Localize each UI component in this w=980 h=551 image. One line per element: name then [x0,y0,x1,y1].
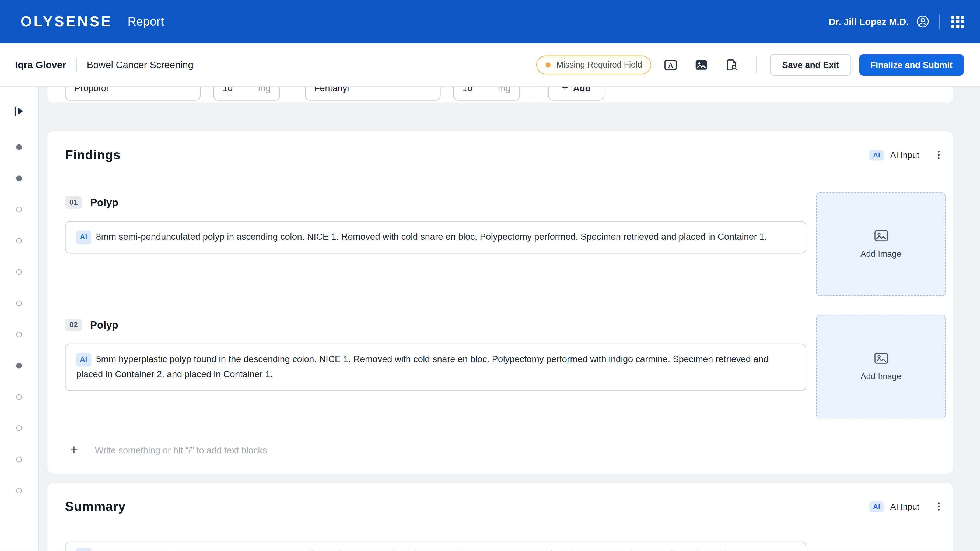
finding-header: 02 Polyp [65,319,806,331]
drug-name-input-2[interactable]: Fentanyl [305,87,441,101]
drug-name-input-1[interactable]: Propofol [65,87,200,101]
finding-text-block[interactable]: AI8mm semi-pendunculated polyp in ascend… [65,221,806,254]
ai-input-label: AI Input [890,502,920,511]
section-nav-sidebar [0,87,39,551]
nav-dot[interactable] [16,238,22,243]
nav-dot[interactable] [16,206,22,212]
medications-row: Propofol 10 mg Fentanyl 10 mg + Add [65,87,945,101]
brand-logo: OLYSENSE [21,13,113,30]
ai-input-control[interactable]: AI AI Input [869,501,920,512]
summary-text: Procedure: screening colonoscopy. Two po… [76,549,749,551]
add-image-label: Add Image [861,249,901,259]
nav-dot[interactable] [16,394,22,400]
add-image-label: Add Image [861,372,901,381]
ai-badge: AI [76,548,91,551]
preview-document-button[interactable] [721,53,744,76]
image-icon [873,352,888,365]
plus-icon: + [70,443,78,457]
finding-title: Polyp [90,196,118,208]
header-divider [939,14,940,29]
app-header: OLYSENSE Report Dr. Jill Lopez M.D. [0,0,980,43]
add-image-dropzone[interactable]: Add Image [816,315,946,418]
finding-title: Polyp [90,319,118,331]
finding-text-block[interactable]: AI5mm hyperplastic polyp found in the de… [65,344,806,391]
warning-dot-icon [546,62,551,67]
dose-value: 10 [463,87,473,93]
insert-image-button[interactable] [690,53,713,76]
ai-badge: AI [76,353,91,367]
svg-text:A: A [668,61,673,68]
text-annotation-button[interactable]: A [660,53,682,76]
finalize-submit-button[interactable]: Finalize and Submit [859,54,964,75]
finding-content: 02 Polyp AI5mm hyperplastic polyp found … [65,315,806,418]
findings-section: Findings AI AI Input [48,131,953,473]
dose-unit: mg [498,87,511,93]
add-medication-label: Add [573,87,590,93]
medications-divider [534,87,535,97]
ai-badge: AI [869,501,884,512]
finding-content: 01 Polyp AI8mm semi-pendunculated polyp … [65,192,806,296]
nav-dot[interactable] [16,175,22,181]
account-icon[interactable] [916,15,929,28]
ai-input-control[interactable]: AI AI Input [869,149,920,160]
ai-badge: AI [869,149,884,160]
drug-name-value: Propofol [74,87,108,93]
summary-header-actions: AI AI Input [869,501,946,512]
finding-header: 01 Polyp [65,196,806,208]
user-name: Dr. Jill Lopez M.D. [829,16,908,27]
patient-name: Iqra Glover [15,59,66,70]
drug-dose-input-2[interactable]: 10 mg [453,87,520,101]
toolbar-actions: Missing Required Field A [536,53,964,76]
summary-title: Summary [65,499,126,514]
toolbar-separator [76,58,77,71]
add-medication-button[interactable]: + Add [548,87,605,101]
toolbar-divider [757,57,757,73]
nav-dot[interactable] [16,332,22,337]
add-image-dropzone[interactable]: Add Image [816,192,946,296]
nav-dot[interactable] [16,269,22,275]
findings-header: Findings AI AI Input [65,148,945,162]
sidebar-expand-icon[interactable] [12,103,27,119]
drug-dose-input-1[interactable]: 10 mg [213,87,280,101]
product-name: Report [127,15,164,29]
nav-dot[interactable] [16,300,22,306]
report-page: OLYSENSE Report Dr. Jill Lopez M.D. Iqra… [0,0,980,551]
nav-dot[interactable] [16,488,22,494]
report-toolbar: Iqra Glover Bowel Cancer Screening Missi… [0,43,980,87]
ai-badge: AI [76,230,91,244]
summary-header: Summary AI AI Input [65,499,945,514]
report-canvas: Propofol 10 mg Fentanyl 10 mg + Add [39,87,980,551]
nav-dot[interactable] [16,457,22,462]
dose-value: 10 [223,87,232,93]
missing-field-badge: Missing Required Field [536,55,652,74]
placeholder-text: Write something or hit “/” to add text b… [95,445,267,455]
finding-text: 5mm hyperplastic polyp found in the desc… [76,354,768,380]
finding-text: 8mm semi-pendunculated polyp in ascendin… [96,232,767,241]
missing-field-label: Missing Required Field [556,60,642,70]
summary-section: Summary AI AI Input AIProcedure: screeni… [48,483,953,551]
image-icon [873,230,888,242]
finding-index-badge: 02 [65,319,82,331]
add-text-block-placeholder[interactable]: + Write something or hit “/” to add text… [65,443,945,457]
nav-dot[interactable] [16,144,22,150]
report-title: Bowel Cancer Screening [87,59,193,70]
finding-index-badge: 01 [65,196,82,208]
plus-icon: + [562,87,568,94]
apps-grid-icon[interactable] [951,15,964,28]
nav-dot[interactable] [16,426,22,431]
medications-card: Propofol 10 mg Fentanyl 10 mg + Add [48,87,953,103]
findings-header-actions: AI AI Input [869,149,946,160]
kebab-menu-icon[interactable] [933,149,945,160]
finding-item: 01 Polyp AI8mm semi-pendunculated polyp … [65,192,945,296]
kebab-menu-icon[interactable] [933,501,945,512]
nav-dot[interactable] [16,363,22,368]
finding-item: 02 Polyp AI5mm hyperplastic polyp found … [65,315,945,418]
ai-input-label: AI Input [890,150,920,160]
summary-text-block[interactable]: AIProcedure: screening colonoscopy. Two … [65,541,806,551]
section-progress-dots [0,144,38,494]
drug-name-value: Fentanyl [315,87,349,93]
save-and-exit-button[interactable]: Save and Exit [770,54,851,75]
findings-title: Findings [65,148,121,162]
dose-unit: mg [258,87,270,93]
